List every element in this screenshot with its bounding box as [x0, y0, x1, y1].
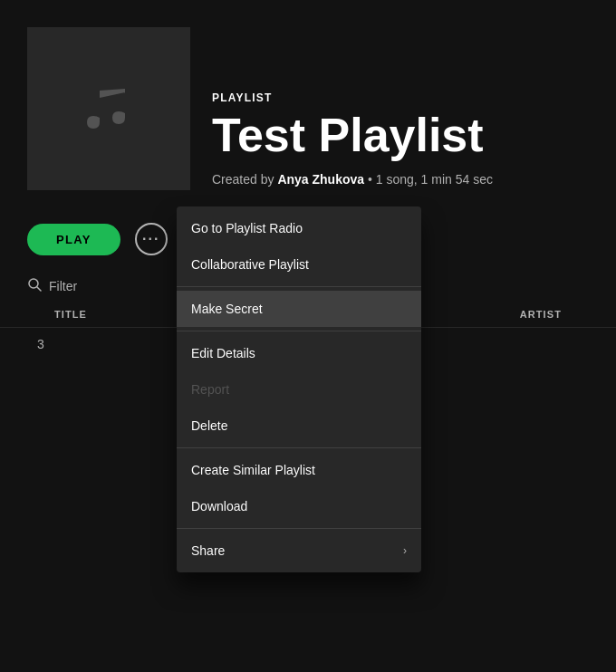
menu-item-edit-details[interactable]: Edit Details [177, 335, 421, 371]
column-artist-header: ARTIST [408, 309, 589, 320]
menu-item-label-edit-details: Edit Details [191, 346, 255, 360]
playlist-song-count: • 1 song, 1 min 54 sec [368, 172, 493, 187]
menu-item-label-go-to-radio: Go to Playlist Radio [191, 221, 303, 235]
menu-divider [177, 331, 421, 331]
album-art [27, 27, 190, 190]
menu-item-label-share: Share [191, 543, 225, 558]
menu-item-delete[interactable]: Delete [177, 408, 421, 444]
playlist-meta: Created by Anya Zhukova • 1 song, 1 min … [212, 172, 493, 187]
playlist-creator: Anya Zhukova [277, 172, 364, 187]
menu-item-download[interactable]: Download [177, 488, 421, 524]
menu-divider [177, 528, 421, 529]
menu-item-make-secret[interactable]: Make Secret [177, 291, 421, 327]
row-number: 3 [27, 337, 54, 351]
menu-item-report: Report [177, 371, 421, 408]
menu-item-label-download: Download [191, 499, 247, 514]
svg-line-1 [37, 287, 41, 291]
menu-item-collaborative-playlist[interactable]: Collaborative Playlist [177, 246, 421, 283]
search-icon [27, 277, 42, 294]
more-options-button[interactable]: ··· [135, 223, 168, 255]
menu-item-label-report: Report [191, 382, 229, 397]
filter-label: Filter [49, 279, 77, 293]
menu-item-create-similar[interactable]: Create Similar Playlist [177, 452, 421, 488]
chevron-right-icon: › [403, 544, 407, 557]
header-info: PLAYLIST Test Playlist Created by Anya Z… [212, 91, 493, 190]
music-note-icon [72, 72, 145, 145]
menu-item-label-create-similar: Create Similar Playlist [191, 463, 315, 477]
menu-divider [177, 286, 421, 287]
menu-item-go-to-radio[interactable]: Go to Playlist Radio [177, 210, 421, 246]
play-button[interactable]: PLAY [27, 224, 120, 255]
menu-item-label-delete: Delete [191, 418, 227, 433]
menu-item-label-make-secret: Make Secret [191, 302, 263, 316]
more-dots-icon: ··· [142, 232, 159, 246]
menu-divider [177, 447, 421, 448]
menu-item-share[interactable]: Share› [177, 533, 421, 569]
context-menu: Go to Playlist RadioCollaborative Playli… [177, 206, 421, 572]
playlist-title: Test Playlist [212, 110, 493, 161]
playlist-type-label: PLAYLIST [212, 91, 493, 104]
menu-item-label-collaborative-playlist: Collaborative Playlist [191, 257, 309, 272]
header-section: PLAYLIST Test Playlist Created by Anya Z… [0, 0, 616, 208]
